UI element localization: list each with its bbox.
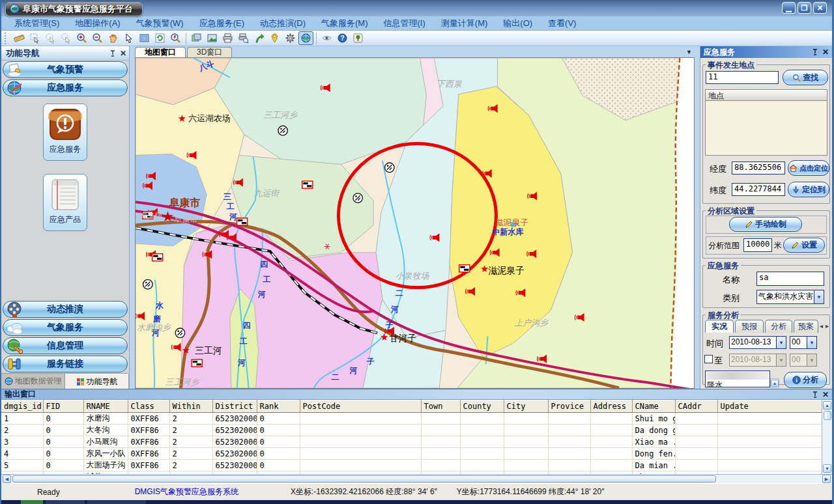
shortcut-emergency-product[interactable]: 应急产品 (43, 174, 87, 231)
table-row[interactable]: 20大冬沟0XFF8626523020000Da dong gou (1, 425, 822, 436)
scroll-thumb[interactable] (12, 475, 716, 483)
select-box-icon[interactable] (27, 31, 42, 45)
map-layers-icon[interactable] (189, 31, 204, 45)
nav-group-dynamic-deduction[interactable]: 动态推演 (3, 301, 128, 318)
export-tree-icon[interactable] (351, 31, 366, 45)
menu-item-4[interactable]: 动态推演(D) (252, 16, 313, 31)
flag-pin-icon[interactable] (267, 31, 282, 45)
print-icon[interactable] (220, 31, 235, 45)
column-header-County[interactable]: County (460, 400, 504, 413)
pin-icon[interactable] (812, 49, 818, 55)
analyze-button[interactable]: i 分析 (784, 372, 827, 388)
monitor-station-icon[interactable] (278, 126, 287, 135)
menu-item-8[interactable]: 输出(O) (495, 16, 540, 31)
nav-group-emergency-service[interactable]: 应急服务 (3, 79, 128, 96)
tab-analysis[interactable]: 分析 (765, 320, 792, 333)
hour-dropdown-1[interactable]: 00 ▼ (790, 336, 817, 349)
shelter-flag-icon[interactable] (459, 265, 470, 272)
shelter-flag-icon[interactable] (237, 218, 248, 225)
tab-map-data-management[interactable]: 地图数据管理 (1, 374, 65, 389)
table-horizontal-scrollbar[interactable]: ◀ ▶ (1, 474, 832, 483)
settlement-star-icon[interactable]: ★ (182, 345, 190, 356)
measure-ruler-icon[interactable] (12, 31, 27, 45)
settlement-star-icon[interactable]: ★ (480, 264, 489, 274)
dropdown-arrow-icon[interactable]: ▼ (807, 337, 816, 348)
menu-item-9[interactable]: 查看(V) (540, 16, 584, 31)
table-row[interactable]: 30小马厩沟0XFF8626523020000Xiao ma ... (1, 436, 822, 448)
column-header-Within[interactable]: Within (169, 400, 212, 413)
pin-icon[interactable] (812, 391, 818, 398)
print-preview-icon[interactable] (236, 31, 251, 45)
click-locate-button[interactable]: 点击定位 (788, 160, 829, 176)
close-button[interactable]: ✕ (813, 2, 827, 14)
nav-group-info-management[interactable]: 信息管理 (3, 337, 128, 354)
column-header-Rank[interactable]: Rank (257, 400, 300, 413)
pin-icon[interactable] (109, 50, 116, 57)
map-canvas[interactable]: ★★★★★ 八斗六运湖农场三工河乡下西泉阜康市城关镇阜康市九运街三工河四工河四工… (135, 57, 695, 389)
tab-plan[interactable]: 预案 (794, 320, 818, 333)
column-header-PostCode[interactable]: PostCode (300, 400, 421, 413)
analysis-range-input[interactable]: 10000 (743, 238, 772, 252)
monitor-station-icon[interactable] (385, 163, 394, 173)
menu-item-5[interactable]: 气象服务(M) (313, 16, 376, 31)
nav-group-weather-service[interactable]: 气象服务 (3, 319, 128, 336)
zoom-in-icon[interactable] (74, 31, 89, 45)
dropdown-arrow-icon[interactable]: ▼ (776, 337, 786, 348)
menu-item-0[interactable]: 系统管理(S) (7, 16, 67, 31)
pan-hand-icon[interactable] (106, 31, 121, 45)
service-name-input[interactable]: sa (756, 272, 824, 286)
tab-scroll-right-icon[interactable]: ▸ (826, 322, 829, 329)
full-extent-icon[interactable] (137, 31, 152, 45)
monitor-station-icon[interactable] (175, 328, 184, 338)
export-image-icon[interactable] (205, 31, 220, 45)
table-row[interactable]: 10水磨沟0XFF8626523020000Shui mo gou (1, 413, 822, 425)
shortcut-emergency-service[interactable]: 应急服务 (43, 104, 87, 161)
select-lasso-icon[interactable] (43, 31, 58, 45)
menu-item-2[interactable]: 气象预警(W) (128, 16, 192, 31)
scroll-up-icon[interactable]: ▲ (771, 380, 779, 387)
tab-map-view[interactable]: 地图窗口 (135, 47, 186, 57)
settlement-star-icon[interactable]: ★ (178, 113, 186, 124)
pointer-icon[interactable] (121, 31, 136, 45)
scroll-up-icon[interactable]: ▲ (823, 401, 831, 410)
close-panel-icon[interactable]: ✕ (822, 48, 829, 56)
globe-service-icon[interactable] (298, 31, 313, 45)
column-header-City[interactable]: City (504, 400, 548, 413)
zoom-scale-icon[interactable] (168, 31, 183, 45)
minimize-button[interactable]: ▁ (782, 2, 796, 14)
monitor-station-icon[interactable] (143, 279, 152, 289)
listbox-scrollbar[interactable]: ▲ (770, 378, 779, 388)
dropdown-arrow-icon[interactable]: ▼ (814, 290, 824, 303)
tab-3d-view[interactable]: 3D窗口 (187, 47, 232, 57)
column-header-RNAME[interactable]: RNAME (83, 400, 128, 413)
settlement-star-icon[interactable]: ★ (380, 332, 388, 343)
tab-list-dropdown-icon[interactable]: ▼ (686, 49, 692, 55)
menu-item-6[interactable]: 信息管理(I) (376, 16, 433, 31)
close-panel-icon[interactable]: ✕ (822, 391, 829, 399)
location-search-input[interactable]: 11 (706, 71, 779, 84)
to-checkbox[interactable] (704, 355, 713, 363)
find-button[interactable]: 查找 (783, 70, 828, 85)
menu-item-1[interactable]: 地图操作(A) (67, 16, 128, 31)
goto-location-button[interactable]: 定位到 (788, 182, 829, 197)
column-header-CAddr[interactable]: CAddr (675, 400, 717, 413)
column-header-Update[interactable]: Update (717, 400, 822, 413)
column-header-Provice[interactable]: Provice (548, 400, 590, 413)
list-item[interactable]: 降水 (706, 380, 769, 387)
tab-scroll-left-icon[interactable]: ◂ (820, 322, 823, 329)
longitude-input[interactable]: 88.3625506 (732, 161, 785, 175)
refresh-icon[interactable] (152, 31, 167, 45)
eye-visibility-icon[interactable] (319, 31, 334, 45)
settings-gear-icon[interactable] (283, 31, 298, 45)
help-icon[interactable]: ? (335, 31, 350, 45)
column-header-Town[interactable]: Town (421, 400, 460, 413)
column-header-Address[interactable]: Address (590, 400, 632, 413)
element-listbox[interactable]: 降水空气温度 (705, 371, 770, 387)
go-arrow-icon[interactable] (252, 31, 266, 45)
table-row[interactable]: 50大面场子沟0XFF8626523020000Da mian ... (1, 460, 822, 471)
zoom-out-icon[interactable] (90, 31, 105, 45)
table-vertical-scrollbar[interactable]: ▲ ▼ (822, 400, 832, 474)
tab-live[interactable]: 实况 (705, 320, 734, 333)
location-list[interactable] (705, 101, 827, 156)
nav-group-service-links[interactable]: 服务链接 (3, 356, 128, 372)
